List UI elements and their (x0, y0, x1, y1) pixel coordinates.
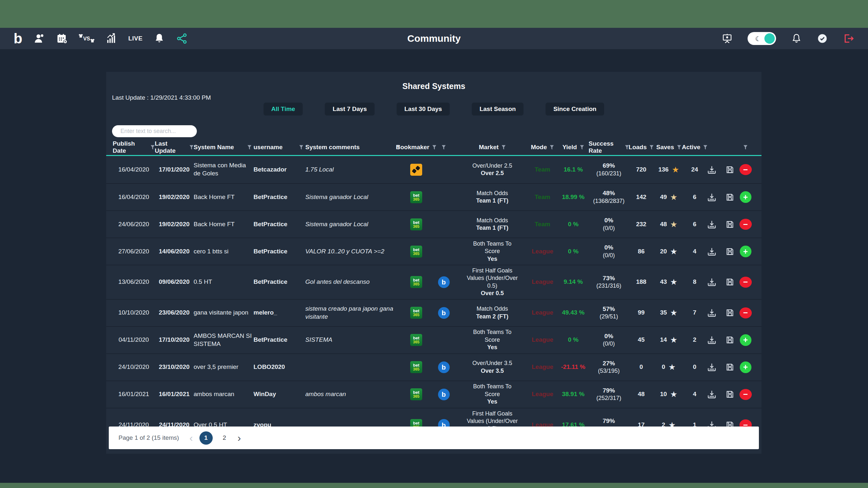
column-header-system-comments: System comments (305, 144, 402, 151)
nav-profile-icon[interactable] (33, 33, 45, 44)
filter-button-last-update[interactable] (189, 145, 194, 150)
filter-button-active[interactable] (703, 145, 707, 150)
table-row[interactable]: 16/01/202116/01/2021ambos marcanWinDayam… (106, 381, 762, 408)
yield-value: 0 % (568, 336, 579, 344)
nav-logout-icon[interactable] (843, 33, 855, 44)
save-button[interactable] (725, 362, 735, 372)
search-input[interactable] (112, 125, 197, 137)
table-row[interactable]: 13/06/202009/06/20200.5 HTBetPracticeGol… (106, 265, 762, 299)
bookmaker-secondary-cell: b (430, 276, 458, 288)
time-filter-since-creation[interactable]: Since Creation (546, 103, 604, 116)
nav-community-icon[interactable] (176, 33, 188, 44)
username-cell: BetPractice (253, 220, 305, 228)
filter-button-system-name[interactable] (247, 145, 252, 150)
page-button-2[interactable]: 2 (218, 431, 231, 445)
nav-board-icon[interactable] (722, 33, 733, 44)
remove-button[interactable]: − (740, 219, 752, 230)
download-button[interactable] (707, 247, 717, 257)
download-button[interactable] (707, 192, 717, 202)
shirt-icon (90, 39, 95, 42)
save-button[interactable] (725, 390, 735, 399)
filter-button-username[interactable] (299, 145, 303, 150)
mode-badge: League (532, 248, 553, 256)
remove-button[interactable]: − (740, 389, 752, 400)
bet365-icon: bet365 (410, 219, 422, 230)
time-filters: All TimeLast 7 DaysLast 30 DaysLast Seas… (106, 103, 762, 116)
active-cell: 24 (684, 166, 705, 174)
download-button[interactable] (707, 389, 717, 399)
yield-value: 49.43 % (562, 309, 585, 317)
filter-funnel-icon (743, 145, 748, 150)
filter-button-yield[interactable] (580, 145, 584, 150)
theme-toggle[interactable]: ☾ (748, 32, 776, 45)
nav-stats-icon[interactable] (105, 33, 117, 44)
bet365-icon: bet365 (410, 388, 422, 400)
download-button[interactable] (707, 335, 717, 345)
download-button[interactable] (707, 362, 717, 372)
save-button[interactable] (725, 335, 735, 345)
table-body: 16/04/202017/01/2020Sistema con Media de… (106, 156, 762, 442)
system-name-cell: Back Home FT (194, 220, 253, 228)
nav-calendar-icon[interactable] (56, 33, 68, 44)
loads-cell: 188 (629, 278, 653, 286)
download-button[interactable] (707, 165, 717, 175)
time-filter-all-time[interactable]: All Time (264, 103, 303, 116)
download-button[interactable] (707, 277, 717, 287)
table-row[interactable]: 24/06/202019/02/2020Back Home FTBetPract… (106, 210, 762, 237)
nav-logo-icon[interactable]: b (13, 32, 22, 45)
remove-button[interactable]: − (740, 277, 752, 288)
time-filter-last-30-days[interactable]: Last 30 Days (397, 103, 450, 116)
nav-alerts-icon[interactable] (791, 33, 802, 44)
prev-page-button[interactable]: ‹ (188, 433, 194, 443)
username-cell: melero_ (253, 309, 305, 317)
table-row[interactable]: 24/10/202023/10/2020over 3,5 premierLOBO… (106, 353, 762, 381)
table-row[interactable]: 16/04/202017/01/2020Sistema con Media de… (106, 156, 762, 183)
table-row[interactable]: 10/10/202023/06/2020gana visitante japon… (106, 299, 762, 326)
add-button[interactable]: + (740, 361, 751, 373)
column-header-bookmaker: Bookmaker (402, 144, 430, 151)
download-button[interactable] (707, 219, 717, 229)
status-cell: + (736, 191, 755, 203)
filter-button-bookmaker-2[interactable] (442, 145, 446, 150)
nav-live-badge[interactable]: LIVE (128, 35, 143, 42)
nav-verified-icon[interactable] (817, 33, 828, 44)
table-row[interactable]: 27/06/202014/06/2020cero 1 btts siBetPra… (106, 237, 762, 265)
table-header-row: Publish DateLast UpdateSystem Nameuserna… (106, 139, 762, 155)
save-button[interactable] (725, 193, 735, 202)
table-row[interactable]: 04/11/202017/10/2020AMBOS MARCAN SI SIST… (106, 326, 762, 353)
filter-button-publish-date[interactable] (151, 145, 155, 150)
filter-button-mode[interactable] (550, 145, 554, 150)
time-filter-last-7-days[interactable]: Last 7 Days (325, 103, 375, 116)
market-cell: Match OddsTeam 1 (FT) (458, 217, 527, 232)
nav-versus-icon[interactable]: VS (79, 34, 95, 43)
success-rate-cell: 69%(160/231) (589, 162, 629, 177)
remove-button[interactable]: − (740, 307, 752, 319)
save-button[interactable] (725, 277, 735, 287)
nav-notifications-icon[interactable] (153, 33, 165, 44)
last-update-cell: 19/02/2020 (155, 193, 194, 201)
mode-badge: Team (534, 220, 550, 228)
download-button[interactable] (707, 308, 717, 318)
save-button[interactable] (725, 220, 735, 229)
time-filter-last-season[interactable]: Last Season (472, 103, 524, 116)
nav-left: bVSLIVE (13, 32, 188, 45)
add-button[interactable]: + (740, 334, 751, 346)
page-button-1[interactable]: 1 (199, 431, 213, 445)
add-button[interactable]: + (740, 191, 751, 203)
table-row[interactable]: 16/04/202019/02/2020Back Home FTBetPract… (106, 183, 762, 210)
save-button[interactable] (725, 308, 735, 318)
filter-button-saves[interactable] (677, 145, 681, 150)
next-page-button[interactable]: › (236, 433, 243, 443)
loads-cell: 142 (629, 193, 653, 201)
publish-date-cell: 10/10/2020 (113, 309, 155, 317)
filter-funnel-icon (501, 145, 506, 150)
pagination-bar: Page 1 of 2 (15 items) ‹12› (109, 426, 759, 449)
filter-button-row-filter[interactable] (743, 145, 748, 150)
remove-button[interactable]: − (740, 164, 752, 175)
mode-badge: League (532, 336, 553, 344)
save-button[interactable] (725, 247, 735, 256)
status-cell: + (736, 246, 755, 257)
add-button[interactable]: + (740, 246, 751, 257)
save-button[interactable] (725, 165, 735, 174)
filter-button-market[interactable] (501, 145, 506, 150)
